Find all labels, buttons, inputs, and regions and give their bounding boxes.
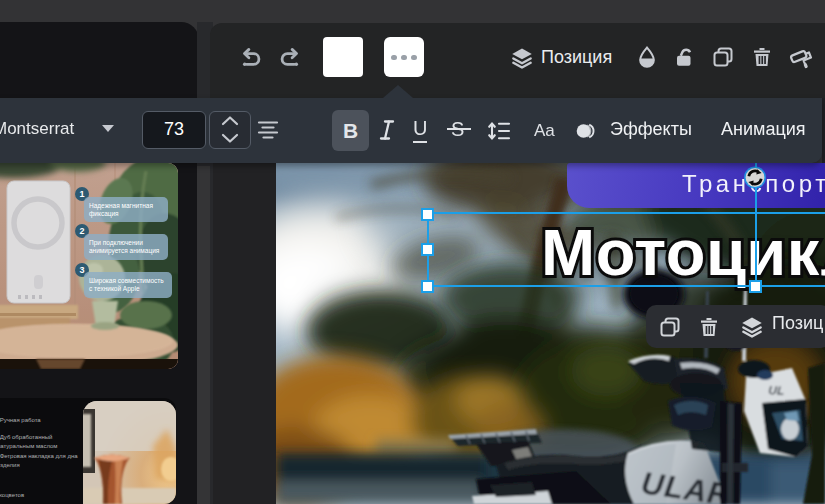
svg-text:ULAR: ULAR [639,465,733,504]
svg-text:UL: UL [768,383,785,398]
